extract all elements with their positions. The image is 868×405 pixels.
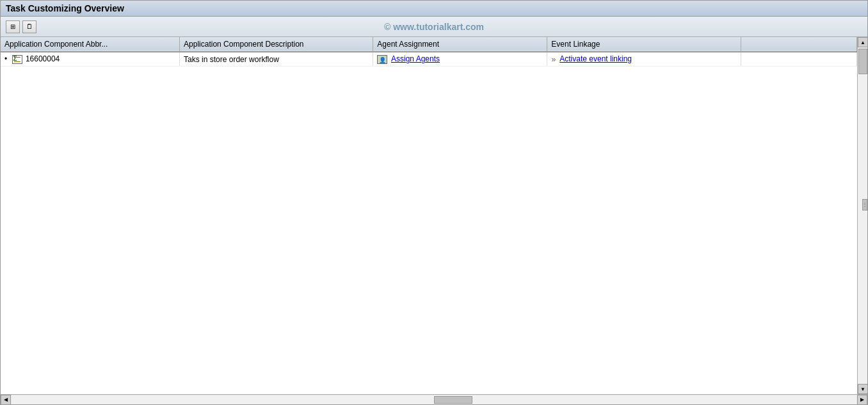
scroll-track[interactable]: ⋮ (858, 47, 867, 384)
assign-agents-link[interactable]: Assign Agents (391, 54, 440, 63)
toolbar-button-1[interactable]: ⊞ (6, 20, 20, 33)
desc-value: Taks in store order workflow (184, 55, 279, 64)
main-area: Application Component Abbr... Applicatio… (1, 37, 867, 394)
scroll-right-arrow[interactable]: ▶ (857, 395, 867, 405)
assign-icon: 👤 (377, 55, 387, 64)
scroll-up-arrow[interactable]: ▲ (858, 37, 867, 47)
cell-event[interactable]: » Activate event linking (547, 52, 741, 67)
main-window: Task Customizing Overview ⊞ 🗒 © www.tuto… (0, 0, 868, 405)
table-body: • 16600004 Taks in store order workflow … (1, 52, 857, 67)
col-header-extra (741, 37, 856, 52)
tree-bullet: • (4, 54, 7, 63)
col-header-desc: Application Component Description (180, 37, 373, 52)
table-row[interactable]: • 16600004 Taks in store order workflow … (1, 52, 857, 67)
abbr-value: 16600004 (26, 54, 60, 63)
window-title: Task Customizing Overview (6, 3, 124, 13)
activate-event-link[interactable]: Activate event linking (559, 54, 632, 63)
hscroll-thumb[interactable] (434, 396, 472, 404)
scroll-thumb[interactable] (858, 49, 867, 74)
horizontal-scrollbar[interactable]: ◀ ▶ (1, 394, 867, 404)
table-header: Application Component Abbr... Applicatio… (1, 37, 857, 52)
event-icon: » (551, 54, 556, 64)
scroll-down-arrow[interactable]: ▼ (858, 384, 867, 394)
col-header-abbr: Application Component Abbr... (1, 37, 180, 52)
cell-desc: Taks in store order workflow (180, 52, 373, 67)
data-table: Application Component Abbr... Applicatio… (1, 37, 857, 67)
col-header-event: Event Linkage (547, 37, 741, 52)
grid-icon: ⊞ (10, 23, 15, 30)
col-header-agent: Agent Assignment (373, 37, 547, 52)
toolbar-button-2[interactable]: 🗒 (22, 20, 36, 33)
grid-splitter[interactable]: ⋮ (862, 199, 867, 210)
cell-abbr: • 16600004 (1, 52, 180, 67)
toolbar: ⊞ 🗒 © www.tutorialkart.com (1, 17, 867, 37)
vertical-scrollbar[interactable]: ▲ ⋮ ▼ (857, 37, 867, 394)
title-bar: Task Customizing Overview (1, 1, 867, 17)
save-icon: 🗒 (26, 23, 33, 30)
scroll-left-arrow[interactable]: ◀ (1, 395, 11, 405)
cell-agent[interactable]: 👤 Assign Agents (373, 52, 547, 67)
cell-extra (741, 52, 856, 67)
hscroll-track[interactable] (12, 395, 856, 404)
table-container[interactable]: Application Component Abbr... Applicatio… (1, 37, 857, 394)
watermark: © www.tutorialkart.com (384, 22, 484, 32)
task-icon (12, 55, 22, 64)
